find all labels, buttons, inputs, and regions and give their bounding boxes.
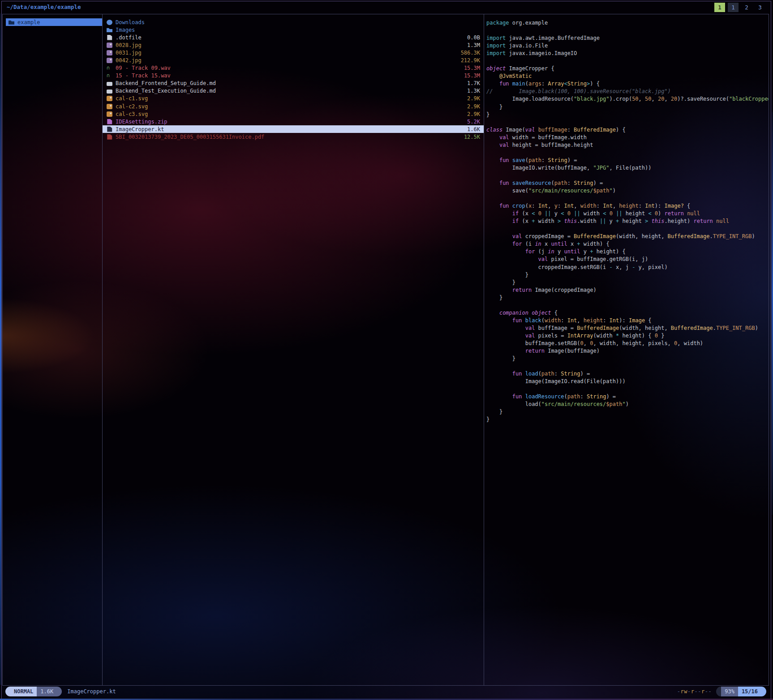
file-row[interactable]: cal-c2.svg2.9K: [103, 102, 484, 110]
code-line: val width = buffImage.width: [486, 134, 769, 141]
file-name: cal-c3.svg: [116, 111, 148, 117]
pill-cap: [5, 687, 10, 696]
image-icon: [107, 43, 112, 48]
code-line: for (i in x until x + width) {: [486, 240, 769, 248]
file-size: 1.6K: [464, 126, 480, 132]
file-row[interactable]: Backend_Frontend_Setup_Guide.md1.7K: [103, 80, 484, 87]
file-size: 1.3M: [464, 42, 480, 48]
code-line: val buffImage = BufferedImage(width, hei…: [486, 324, 769, 332]
tab-1[interactable]: 1: [714, 3, 725, 12]
file-name: cal-c2.svg: [116, 103, 148, 110]
code-line: object ImageCropper {: [486, 65, 769, 73]
pane-container: example DownloadsImages.dotfile0.0B0028.…: [2, 14, 769, 686]
file-name: cal-c1.svg: [116, 95, 148, 102]
pill-cap: [761, 687, 766, 696]
parent-dir-item[interactable]: example: [6, 18, 102, 26]
status-bar: NORMAL 1.6K ImageCropper.kt -rw-r--r-- 9…: [2, 685, 771, 698]
code-line: [486, 363, 769, 370]
code-line: ImageIO.write(buffImage, "JPG", File(pat…: [486, 164, 769, 172]
file-name: ImageCropper.kt: [116, 126, 164, 132]
file-size: 12.5K: [460, 134, 480, 140]
file-name: 0031.jpg: [116, 50, 142, 56]
code-line: buffImage.setRGB(0, 0, width, height, pi…: [486, 340, 769, 347]
file-row[interactable]: Downloads: [103, 18, 484, 26]
file-row[interactable]: ∩09 - Track 09.wav15.3M: [103, 64, 484, 72]
mode-badge: NORMAL: [10, 687, 37, 696]
code-line: }: [486, 355, 769, 363]
code-line: Image.loadResource("black.jpg").crop(50,…: [486, 95, 769, 103]
code-line: [486, 57, 769, 65]
file-row[interactable]: Images: [103, 26, 484, 34]
markdown-icon: [107, 90, 112, 94]
image-icon: [107, 58, 112, 63]
code-line: }: [486, 279, 769, 286]
file-size: 212.9K: [457, 57, 480, 64]
file-row[interactable]: 0031.jpg586.3K: [103, 49, 484, 56]
topbar: ~/Data/example/example 1123: [2, 1, 771, 13]
code-line: val croppedImage = BufferedImage(width, …: [486, 233, 769, 240]
breadcrumb: ~/Data/example/example: [7, 4, 81, 10]
file-size-badge: 1.6K: [37, 687, 57, 696]
code-line: val pixel = buffImage.getRGB(i, j): [486, 256, 769, 263]
code-line: fun loadResource(path: String) =: [486, 393, 769, 401]
file-size: 5.2K: [464, 119, 480, 125]
image-icon: [107, 111, 112, 117]
code-line: import java.awt.image.BufferedImage: [486, 34, 769, 42]
tab-2[interactable]: 1: [728, 3, 739, 12]
folder-icon: [107, 27, 112, 33]
file-size: 15.3M: [460, 65, 480, 71]
file-size: 2.9K: [464, 111, 480, 117]
file-name: 09 - Track 09.wav: [116, 65, 171, 71]
file-row[interactable]: cal-c1.svg2.9K: [103, 95, 484, 102]
code-line: companion object {: [486, 309, 769, 317]
image-icon: [107, 96, 112, 101]
code-line: [486, 149, 769, 157]
file-row[interactable]: IDEAsettings.zip5.2K: [103, 118, 484, 125]
code-line: for (j in y until y + height) {: [486, 248, 769, 256]
code-line: [486, 119, 769, 126]
code-line: Image(ImageIO.read(File(path))): [486, 378, 769, 385]
code-line: [486, 225, 769, 233]
file-row[interactable]: ∩15 - Track 15.wav15.3M: [103, 72, 484, 80]
file-size: 0.0B: [464, 34, 480, 41]
status-left: NORMAL 1.6K ImageCropper.kt: [5, 687, 116, 696]
tab-3[interactable]: 2: [741, 3, 752, 12]
music-icon: ∩: [107, 65, 112, 71]
file-size: 15.3M: [460, 73, 480, 79]
code-line: [486, 302, 769, 309]
code-line: fun load(path: String) =: [486, 370, 769, 378]
parent-dir-name: example: [17, 19, 40, 26]
cursor-position-badge: 15/16: [738, 687, 761, 696]
code-line: }: [486, 294, 769, 302]
file-preview-pane: package org.example import java.awt.imag…: [484, 14, 769, 685]
code-line: // Image.black(100, 100).saveResource("b…: [486, 88, 769, 95]
parent-directory-pane: example: [3, 14, 103, 685]
file-row[interactable]: Backend_Test_Execution_Guide.md1.3K: [103, 87, 484, 95]
code-line: @JvmStatic: [486, 73, 769, 80]
status-filename: ImageCropper.kt: [67, 688, 116, 695]
file-row[interactable]: 0042.jpg212.9K: [103, 56, 484, 64]
code-line: [486, 27, 769, 34]
code-preview: package org.example import java.awt.imag…: [484, 14, 769, 423]
file-row[interactable]: ImageCropper.kt1.6K: [103, 125, 484, 133]
file-row[interactable]: 0028.jpg1.3M: [103, 41, 484, 49]
code-line: import javax.imageio.ImageIO: [486, 50, 769, 57]
folder-icon: [9, 20, 14, 25]
pdf-icon: [107, 134, 112, 140]
terminal-window: ~/Data/example/example 1123 example Down…: [1, 1, 771, 699]
file-name: Backend_Test_Execution_Guide.md: [116, 88, 216, 94]
tab-4[interactable]: 3: [755, 3, 765, 12]
file-name: .dotfile: [116, 34, 142, 41]
tab-bar: 1123: [714, 3, 765, 12]
file-name: 0028.jpg: [116, 42, 142, 48]
file-size: 1.7K: [464, 80, 480, 86]
file-row[interactable]: SBI_0032013739_2023_DE05_0003155631Invoi…: [103, 133, 484, 141]
markdown-icon: [107, 82, 112, 86]
file-row[interactable]: .dotfile0.0B: [103, 34, 484, 41]
file-row[interactable]: cal-c3.svg2.9K: [103, 110, 484, 118]
mode-pill: NORMAL 1.6K: [5, 687, 62, 696]
file-name: 15 - Track 15.wav: [116, 73, 171, 79]
code-line: if (x + width > this.width || y + height…: [486, 218, 769, 225]
code-line: fun black(width: Int, height: Int): Imag…: [486, 317, 769, 324]
code-line: [486, 172, 769, 179]
